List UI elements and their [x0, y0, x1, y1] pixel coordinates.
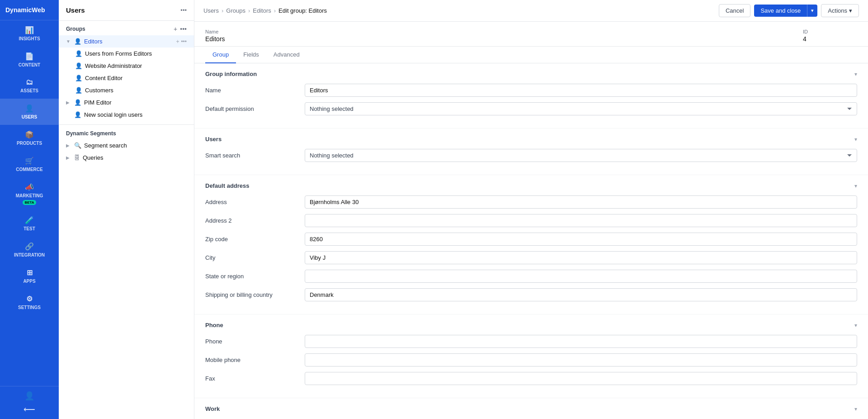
phone-title-row[interactable]: Phone ▾ — [205, 322, 857, 329]
nav-item-content[interactable]: 📄 CONTENT — [0, 47, 59, 73]
city-label: City — [205, 254, 305, 261]
breadcrumb-editors[interactable]: Editors — [253, 7, 271, 14]
nav-item-test[interactable]: 🧪 TEST — [0, 210, 59, 237]
country-label: Shipping or billing country — [205, 291, 305, 298]
sidebar-item-editors[interactable]: ▼ 👤 Editors + ••• — [59, 35, 194, 48]
address-title-row[interactable]: Default address ▾ — [205, 182, 857, 189]
sidebar-item-new-social[interactable]: 👤 New social login users — [59, 109, 194, 121]
default-permission-select[interactable]: Nothing selected — [305, 102, 857, 115]
search-icon: 🔍 — [74, 142, 81, 149]
groups-add-icon[interactable]: + — [174, 25, 177, 33]
mobile-input[interactable] — [305, 353, 857, 367]
user-icon-customers: 👤 — [75, 87, 82, 94]
sidebar-item-content-editor[interactable]: 👤 Content Editor — [59, 72, 194, 84]
work-title-row[interactable]: Work ▾ — [205, 405, 857, 412]
nav-item-marketing[interactable]: 📣 MARKETING BETA — [0, 177, 59, 210]
phone-section-title: Phone — [205, 322, 223, 329]
address2-input[interactable] — [305, 214, 857, 227]
default-permission-label: Default permission — [205, 105, 305, 112]
address-input[interactable] — [305, 195, 857, 209]
tab-group[interactable]: Group — [205, 47, 236, 63]
nav-label-content: CONTENT — [19, 62, 40, 67]
save-and-close-button[interactable]: Save and close — [754, 5, 807, 17]
sidebar-item-label-users-forms: Users from Forms Editors — [85, 50, 187, 57]
nav-label-integration: INTEGRATION — [14, 252, 45, 257]
nav-item-users[interactable]: 👤 USERS — [0, 99, 59, 125]
name-input[interactable] — [305, 84, 857, 97]
city-input[interactable] — [305, 251, 857, 264]
fax-field-container — [305, 372, 857, 385]
sidebar-item-queries[interactable]: ▶ 🗄 Queries — [59, 152, 194, 164]
id-value: 4 — [803, 35, 857, 43]
user-icon-social: 👤 — [74, 111, 81, 118]
sidebar-item-users-from-forms[interactable]: 👤 Users from Forms Editors — [59, 48, 194, 60]
form-row-phone: Phone — [205, 335, 857, 348]
nav-item-commerce[interactable]: 🛒 COMMERCE — [0, 151, 59, 177]
default-address-section: Default address ▾ Address Address 2 Zip … — [194, 175, 868, 314]
work-section-title: Work — [205, 405, 220, 412]
nav-item-settings[interactable]: ⚙ SETTINGS — [0, 289, 59, 315]
work-collapse-icon: ▾ — [854, 406, 857, 412]
cancel-button[interactable]: Cancel — [719, 4, 750, 17]
sidebar-item-website-admin[interactable]: 👤 Website Administrator — [59, 60, 194, 72]
phone-field-label: Phone — [205, 338, 305, 345]
users-title-row[interactable]: Users ▾ — [205, 136, 857, 143]
nav-item-assets[interactable]: 🗂 ASSETS — [0, 73, 59, 99]
actions-button[interactable]: Actions ▾ — [821, 4, 859, 17]
actions-label: Actions — [828, 7, 847, 14]
test-icon: 🧪 — [25, 216, 34, 224]
groups-more-icon[interactable]: ••• — [180, 25, 187, 33]
segment-expand-icon: ▶ — [66, 143, 71, 148]
nav-item-apps[interactable]: ⊞ APPS — [0, 263, 59, 289]
record-header: Name Editors ID 4 — [194, 22, 868, 47]
users-icon: 👤 — [25, 104, 34, 113]
country-input[interactable] — [305, 288, 857, 301]
group-info-title-row[interactable]: Group information ▾ — [205, 71, 857, 77]
breadcrumb-groups[interactable]: Groups — [226, 7, 245, 14]
default-permission-field-container: Nothing selected — [305, 102, 857, 115]
smart-search-select[interactable]: Nothing selected — [305, 149, 857, 162]
form-row-city: City — [205, 251, 857, 264]
save-dropdown-button[interactable]: ▾ — [807, 5, 817, 17]
insights-icon: 📊 — [25, 26, 34, 34]
sidebar-header: Users ••• — [59, 0, 194, 21]
tab-fields[interactable]: Fields — [236, 47, 266, 63]
breadcrumb-sep-1: › — [222, 7, 223, 14]
sidebar-more-icon[interactable]: ••• — [180, 7, 187, 14]
nav-items: 📊 INSIGHTS 📄 CONTENT 🗂 ASSETS 👤 USERS 📦 … — [0, 20, 59, 386]
users-section-title: Users — [205, 136, 222, 143]
nav-item-insights[interactable]: 📊 INSIGHTS — [0, 20, 59, 47]
nav-label-users: USERS — [22, 114, 37, 119]
integration-icon: 🔗 — [25, 242, 34, 251]
topbar-actions: Cancel Save and close ▾ Actions ▾ — [719, 4, 859, 17]
user-settings-icon[interactable]: 👤 — [24, 391, 34, 401]
breadcrumb-users[interactable]: Users — [203, 7, 219, 14]
form-row-address2: Address 2 — [205, 214, 857, 227]
name-value: Editors — [205, 35, 803, 43]
editors-more-icon[interactable]: ••• — [181, 38, 187, 45]
phone-section: Phone ▾ Phone Mobile phone Fax — [194, 314, 868, 398]
name-label: Name — [205, 29, 803, 34]
nav-item-products[interactable]: 📦 PRODUCTS — [0, 125, 59, 151]
tab-advanced[interactable]: Advanced — [266, 47, 307, 63]
smart-search-label: Smart search — [205, 152, 305, 159]
state-input[interactable] — [305, 270, 857, 283]
sidebar-item-segment-search[interactable]: ▶ 🔍 Segment search — [59, 139, 194, 152]
nav-item-integration[interactable]: 🔗 INTEGRATION — [0, 237, 59, 263]
editors-add-icon[interactable]: + — [176, 38, 179, 45]
zip-input[interactable] — [305, 233, 857, 246]
mobile-field-container — [305, 353, 857, 367]
sidebar-item-pim-editor[interactable]: ▶ 👤 PIM Editor — [59, 96, 194, 109]
sidebar-item-label-website-admin: Website Administrator — [85, 62, 187, 69]
sidebar-item-label-segment-search: Segment search — [84, 142, 127, 149]
phone-input[interactable] — [305, 335, 857, 348]
sidebar: Users ••• Groups + ••• ▼ 👤 Editors + •••… — [59, 0, 194, 419]
products-icon: 📦 — [25, 130, 34, 139]
fax-input[interactable] — [305, 372, 857, 385]
collapse-icon[interactable]: ⟵ — [24, 405, 35, 414]
mobile-label: Mobile phone — [205, 357, 305, 363]
nav-label-apps: APPS — [23, 279, 35, 284]
sidebar-header-actions: ••• — [180, 7, 187, 14]
sidebar-item-customers[interactable]: 👤 Customers — [59, 84, 194, 96]
nav-label-products: PRODUCTS — [17, 141, 42, 146]
